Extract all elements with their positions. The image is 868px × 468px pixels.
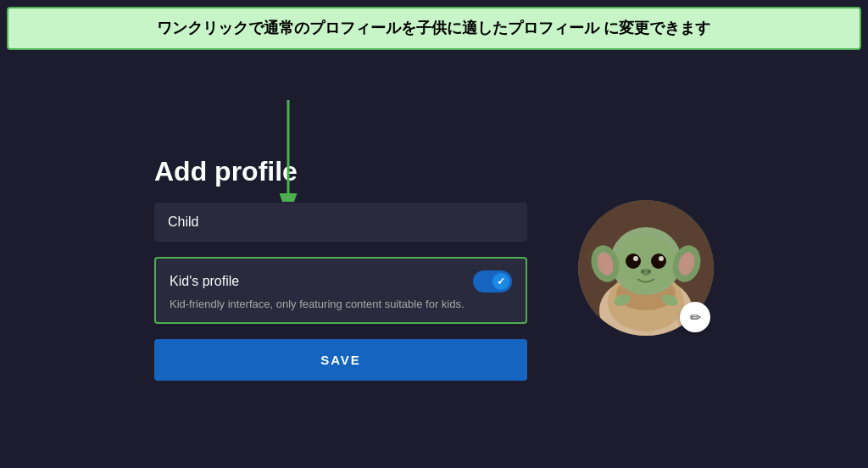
svg-point-14 (659, 256, 664, 261)
annotation-arrow (254, 100, 322, 202)
checkmark-icon: ✓ (497, 276, 505, 287)
kids-profile-toggle[interactable]: ✓ (473, 270, 512, 292)
page-title: Add profile (154, 156, 527, 187)
kids-profile-description: Kid-friendly interface, only featuring c… (170, 298, 512, 310)
avatar-edit-button[interactable]: ✏ (680, 302, 710, 332)
annotation-text: ワンクリックで通常のプロフィールを子供に適したプロフィール に変更できます (157, 20, 710, 36)
save-button[interactable]: SAVE (154, 339, 527, 381)
kids-profile-label: Kid's profile (170, 274, 239, 289)
toggle-knob: ✓ (492, 273, 509, 290)
svg-point-16 (641, 270, 644, 273)
svg-point-17 (648, 270, 651, 273)
main-content: Add profile Kid's profile ✓ Kid-friendly… (154, 156, 714, 381)
profile-name-input[interactable] (154, 203, 527, 242)
avatar-container: ✏ (578, 200, 714, 336)
svg-point-13 (633, 256, 638, 261)
annotation-box: ワンクリックで通常のプロフィールを子供に適したプロフィール に変更できます (7, 7, 861, 50)
pencil-icon: ✏ (690, 309, 701, 326)
kids-profile-box: Kid's profile ✓ Kid-friendly interface, … (154, 257, 527, 324)
svg-point-6 (615, 235, 676, 292)
background: ワンクリックで通常のプロフィールを子供に適したプロフィール に変更できます Ad… (0, 0, 868, 468)
form-panel: Add profile Kid's profile ✓ Kid-friendly… (154, 156, 527, 381)
svg-point-12 (651, 254, 666, 269)
kids-profile-top: Kid's profile ✓ (170, 270, 512, 292)
svg-point-11 (626, 254, 641, 269)
